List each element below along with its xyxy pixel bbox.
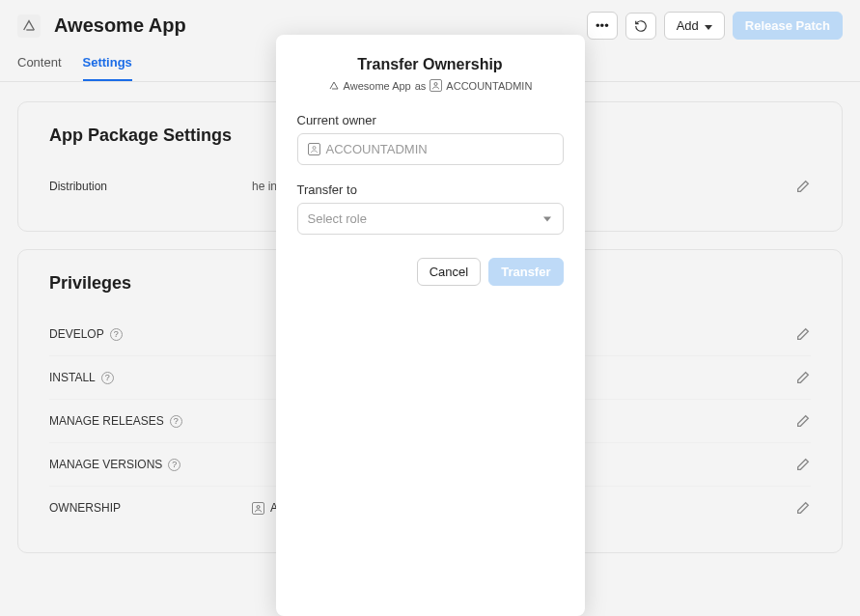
transfer-to-label: Transfer to	[297, 182, 564, 197]
modal-overlay: Transfer Ownership Awesome App as ACCOUN…	[0, 0, 860, 616]
transfer-ownership-modal: Transfer Ownership Awesome App as ACCOUN…	[276, 35, 585, 616]
cancel-button[interactable]: Cancel	[417, 258, 481, 286]
transfer-to-group: Transfer to Select role	[297, 182, 564, 235]
current-owner-field: ACCOUNTADMIN	[297, 133, 564, 165]
app-icon	[328, 80, 340, 92]
modal-subtitle: Awesome App as ACCOUNTADMIN	[297, 79, 564, 92]
role-icon	[430, 79, 442, 92]
current-owner-group: Current owner ACCOUNTADMIN	[297, 113, 564, 165]
modal-title: Transfer Ownership	[297, 56, 564, 73]
svg-point-1	[434, 83, 437, 86]
modal-actions: Cancel Transfer	[297, 258, 564, 286]
role-icon	[308, 143, 320, 155]
transfer-button[interactable]: Transfer	[488, 258, 563, 286]
svg-point-2	[313, 147, 316, 150]
current-owner-label: Current owner	[297, 113, 564, 127]
transfer-to-select[interactable]: Select role	[297, 203, 564, 235]
